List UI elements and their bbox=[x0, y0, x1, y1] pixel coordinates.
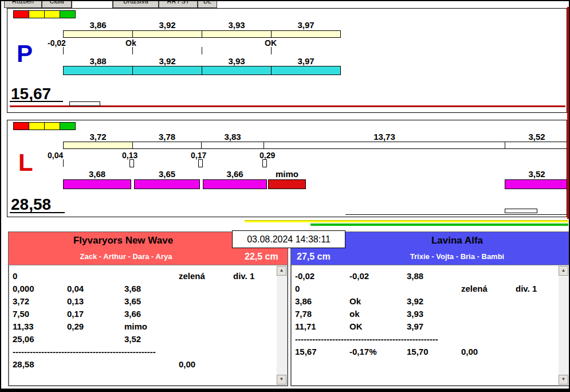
run-bar-segment bbox=[134, 179, 200, 189]
split-time: 3,65 bbox=[134, 169, 200, 179]
scrollbar[interactable]: ▲ ▼ bbox=[559, 266, 568, 385]
tab-dl[interactable]: DL bbox=[198, 1, 217, 8]
light-red-icon bbox=[13, 122, 29, 130]
split-time: 3,92 bbox=[132, 20, 202, 30]
lane-total-time: 15,67 bbox=[11, 86, 51, 102]
results-rows: 0zelenádiv. 10,0000,043,683,720,133,657,… bbox=[9, 265, 277, 385]
plan-bar-segment bbox=[264, 142, 505, 149]
team-dogs: Trixie - Vojta - Bria - Bambi bbox=[345, 252, 569, 261]
table-row: 0,0000,043,68 bbox=[9, 284, 277, 295]
table-cell: -0,02 bbox=[349, 271, 369, 281]
table-cell: 0,00 bbox=[179, 359, 195, 369]
scrollbar[interactable]: ▲ ▼ bbox=[277, 266, 286, 385]
run-bar-segment bbox=[271, 66, 341, 75]
scroll-down-icon[interactable]: ▼ bbox=[277, 375, 286, 385]
results-rows: -0,02-0,023,880zelenádiv. 13,86Ok3,927,7… bbox=[292, 265, 559, 385]
split-time: 3,72 bbox=[63, 132, 133, 142]
table-row: 28,580,00 bbox=[9, 359, 277, 371]
jump-height: 27,5 cm bbox=[297, 252, 331, 262]
tick-mark bbox=[202, 47, 202, 54]
split-time: 13,73 bbox=[264, 132, 505, 142]
table-cell: 3,66 bbox=[124, 309, 141, 319]
plan-bar-segment bbox=[132, 142, 202, 149]
table-row: 0zelenádiv. 1 bbox=[9, 271, 277, 283]
tab-active[interactable] bbox=[72, 1, 113, 8]
light-red-icon bbox=[13, 10, 29, 18]
start-diff-label: -0,02 bbox=[48, 38, 66, 48]
traffic-lights bbox=[13, 122, 75, 130]
table-row: 7,78ok3,93 bbox=[292, 309, 559, 320]
timeline-marker bbox=[69, 101, 100, 106]
plan-bar-segment bbox=[63, 142, 133, 149]
light-yellow2-icon bbox=[44, 10, 60, 18]
table-cell: 0,00 bbox=[461, 347, 478, 356]
split-time: 3,78 bbox=[132, 132, 202, 142]
tab-druzstva[interactable]: Družstva bbox=[113, 1, 159, 8]
table-row: 11,71OK3,97 bbox=[292, 322, 559, 333]
run-bar-segment bbox=[203, 179, 267, 189]
split-time: 3,52 bbox=[505, 169, 567, 179]
lane-l-panel: 3,72 3,78 3,83 13,73 3,52 0,04 0,13 0,17… bbox=[7, 120, 567, 217]
fault-bar-segment bbox=[268, 179, 306, 189]
plan-bar-segment bbox=[271, 30, 341, 38]
timeline-track bbox=[345, 214, 567, 215]
table-cell: 3,86 bbox=[295, 296, 312, 306]
team-dogs: Zack - Arthur - Dara - Arya bbox=[9, 252, 243, 261]
change-diff-label: 0,17 bbox=[191, 151, 206, 160]
table-cell: OK bbox=[349, 322, 363, 331]
table-cell: 3,68 bbox=[124, 284, 141, 293]
table-cell: 0,04 bbox=[67, 284, 84, 293]
table-cell: mimo bbox=[124, 322, 147, 331]
table-cell: div. 1 bbox=[233, 271, 254, 281]
table-cell: 7,78 bbox=[295, 309, 312, 319]
scroll-up-icon[interactable]: ▲ bbox=[559, 266, 568, 276]
table-cell: 15,67 bbox=[295, 347, 317, 356]
lane-letter: L bbox=[18, 151, 33, 175]
scroll-down-icon[interactable]: ▼ bbox=[559, 375, 568, 385]
tick-mark bbox=[63, 47, 64, 54]
right-team-results: -0,02-0,023,880zelenádiv. 13,86Ok3,927,7… bbox=[291, 265, 569, 386]
scroll-up-icon[interactable]: ▲ bbox=[277, 266, 286, 276]
plan-bar-segment bbox=[201, 142, 264, 149]
run-bar-segment bbox=[63, 66, 133, 75]
tab-rr-st[interactable]: RR / ST bbox=[159, 1, 198, 8]
table-cell: 25,06 bbox=[13, 334, 34, 344]
table-cell: 7,50 bbox=[13, 309, 29, 319]
table-cell: 0,000 bbox=[13, 284, 34, 293]
tab-label: Cidla bbox=[49, 1, 64, 5]
split-time: 3,93 bbox=[202, 56, 272, 66]
split-time: 3,66 bbox=[203, 169, 267, 179]
table-cell: div. 1 bbox=[516, 284, 537, 293]
run-bar-segment bbox=[132, 66, 202, 75]
tick-mark bbox=[271, 47, 272, 54]
table-cell: ok bbox=[349, 309, 360, 319]
table-cell: 3,65 bbox=[124, 296, 141, 306]
table-cell: 0,13 bbox=[67, 296, 84, 306]
jump-height: 22,5 cm bbox=[245, 252, 278, 262]
total-underline bbox=[10, 101, 63, 102]
run-bar-segment bbox=[63, 179, 131, 189]
total-underline bbox=[10, 212, 65, 213]
table-cell: 11,33 bbox=[13, 322, 34, 331]
tab-rozbeh[interactable]: Rozbeh bbox=[4, 1, 42, 8]
plan-bar-segment bbox=[202, 30, 272, 38]
run-bar-segment bbox=[202, 66, 272, 75]
tab-cidla[interactable]: Cidla bbox=[42, 1, 72, 8]
tab-label: DL bbox=[203, 1, 211, 5]
tab-label: RR / ST bbox=[167, 1, 189, 5]
edge-stripe bbox=[567, 7, 570, 219]
tick-mark bbox=[132, 47, 133, 54]
split-time: 3,88 bbox=[63, 56, 133, 66]
lane-p-panel: 3,86 3,92 3,93 3,97 -0,02 Ok OK 3,88 3,9… bbox=[7, 8, 567, 113]
table-cell: -0,02 bbox=[295, 271, 315, 281]
plan-bar-segment bbox=[63, 30, 133, 38]
change-diff-label: 0,29 bbox=[260, 151, 275, 160]
table-row: 3,86Ok3,92 bbox=[292, 296, 559, 308]
tab-label: Rozbeh bbox=[12, 1, 34, 5]
table-cell: 28,58 bbox=[13, 359, 34, 369]
split-time: 3,86 bbox=[63, 20, 133, 30]
start-diff-label: 0,04 bbox=[48, 151, 63, 160]
split-time: 3,68 bbox=[63, 169, 131, 179]
left-team-panel: Flyvaryors New Wave Zack - Arthur - Dara… bbox=[8, 232, 288, 386]
table-cell: 0,29 bbox=[67, 322, 84, 331]
